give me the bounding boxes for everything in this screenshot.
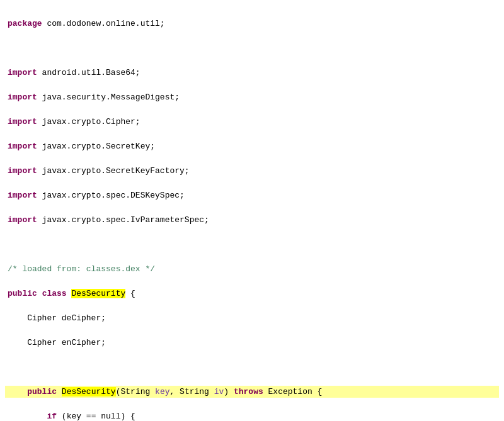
line-14: Cipher enCipher; <box>5 337 499 349</box>
line-16: public DesSecurity(String key, String iv… <box>5 386 499 398</box>
line-3: import android.util.Base64; <box>5 67 499 79</box>
line-17: if (key == null) { <box>5 410 499 422</box>
line-2 <box>5 42 499 55</box>
line-1: package com.dodonew.online.util; <box>5 18 499 30</box>
line-12: public class DesSecurity { <box>5 288 499 300</box>
line-4: import java.security.MessageDigest; <box>5 91 499 104</box>
line-5: import javax.crypto.Cipher; <box>5 116 499 128</box>
code-viewer: package com.dodonew.online.util; import … <box>0 5 504 421</box>
line-6: import javax.crypto.SecretKey; <box>5 140 499 153</box>
line-11: /* loaded from: classes.dex */ <box>5 263 499 276</box>
line-13: Cipher deCipher; <box>5 312 499 325</box>
line-8: import javax.crypto.spec.DESKeySpec; <box>5 189 499 202</box>
line-9: import javax.crypto.spec.IvParameterSpec… <box>5 214 499 227</box>
line-7: import javax.crypto.SecretKeyFactory; <box>5 165 499 177</box>
line-10 <box>5 239 499 251</box>
line-15 <box>5 361 499 374</box>
